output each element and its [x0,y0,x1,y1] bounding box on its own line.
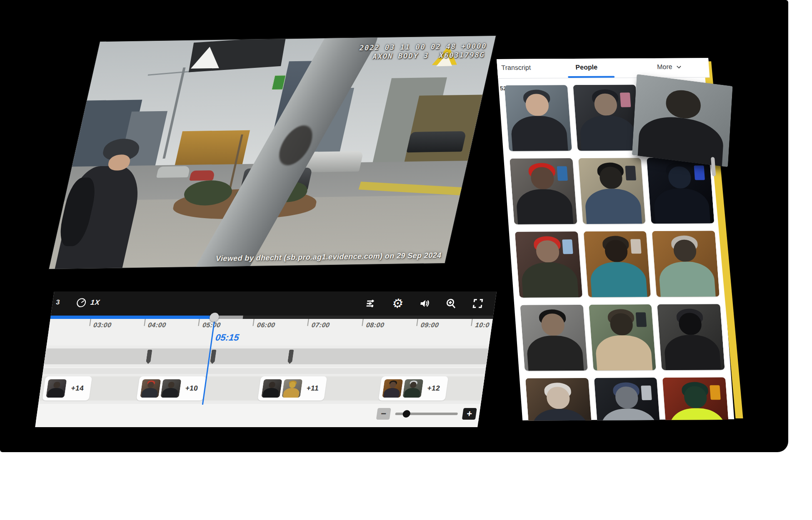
timeline-zoom-control: − + [376,408,477,420]
cluster-thumb-red-cap-figure[interactable] [140,379,161,398]
person-thumbnail-hi-vis-yellow-jacket-firetruck[interactable] [662,377,728,420]
tick-mark [307,319,309,326]
tick-mark [362,319,364,326]
timeline-bottom-bar: − + [35,404,481,427]
person-thumbnail-black-hoodie-back[interactable] [657,304,725,370]
zoom-out-button[interactable]: − [376,408,391,420]
video-frame-scene [49,36,496,269]
current-time-label: 05:15 [215,332,240,343]
active-tab-underline [568,76,615,78]
cluster-count-badge: +14 [67,384,87,393]
timeline-ruler[interactable]: 05:15 03:0004:0005:0006:0007:0008:0009:0… [47,319,493,346]
people-panel: Transcript People More 52 au [497,58,734,420]
zoom-in-button[interactable]: + [462,408,477,420]
tick-label: 06:00 [257,321,276,329]
playback-control-bar: 3 1X ⚙ [51,291,497,316]
tune-icon[interactable] [364,297,378,310]
tick-mark [253,319,255,326]
person-thumbnail-white-hair-man-casc-sign[interactable] [525,378,593,421]
detection-cluster[interactable]: +14 [42,376,92,401]
person-thumbnail-popped[interactable] [632,74,733,167]
zoom-slider[interactable] [395,413,458,415]
person-thumbnail-red-cap-blue-mask-front[interactable] [515,231,582,298]
playback-speed-button[interactable]: 1X [75,297,100,308]
cluster-count-badge: +10 [181,384,202,393]
car [156,166,190,178]
cluster-thumb-dark-figure[interactable] [46,379,67,398]
cluster-thumb-yellow-hydrant[interactable] [282,379,302,398]
fullscreen-icon[interactable] [471,297,485,310]
tick-mark [144,319,145,326]
tick-label: 05:00 [202,321,221,329]
volume-icon[interactable] [417,297,432,310]
cluster-thumb-woman-orange-bg[interactable] [382,379,403,398]
cluster-count-badge: +11 [302,384,322,393]
progress-remaining [243,316,493,319]
cluster-count-badge: +12 [423,384,444,393]
control-icons: ⚙ [363,291,486,316]
cluster-thumb-dark-figure[interactable] [160,379,181,398]
person-thumbnail-black-trapper-hat-figure[interactable] [520,305,587,371]
video-osd-timestamp: 2022 03 11 00 02 48 +0000AXON BODY 3 X60… [357,42,488,61]
tick-label: 09:00 [420,321,440,329]
person-thumbnail-teal-jacket-long-hair-back[interactable] [583,231,651,297]
panel-tabs: Transcript People More [497,58,710,79]
detection-thumbnail-strip: +14+10+11+12 [38,374,485,404]
detection-cluster[interactable]: +11 [257,376,327,401]
tick-mark [417,319,418,326]
tab-more[interactable]: More [657,63,682,71]
timeline-panel: 3 1X ⚙ 05:15 03:0004:0005:0006:0007:0008… [36,291,497,421]
cluster-thumb-dark-figure[interactable] [261,379,282,398]
video-player[interactable]: 2022 03 11 00 02 48 +0000AXON BODY 3 X60… [49,36,496,269]
person-thumbnail-gray-hoodie-skull-gaiter[interactable] [594,378,662,421]
speed-gauge-icon [75,297,87,308]
cluster-thumb-green-jacket-figure[interactable] [402,379,423,398]
sub-track [42,368,486,374]
person-thumbnail-man-bike-helmet-front[interactable] [505,85,572,151]
zoom-in-icon[interactable] [444,297,458,310]
tick-label: 03:00 [93,321,112,329]
tick-label: 08:00 [366,321,385,329]
person-thumbnail-red-beanie-black-puffer-back[interactable] [510,158,577,224]
tick-label: 10:0 [475,321,490,329]
time-fragment: 3 [55,299,60,306]
person-thumbnail-headphones-blue-jacket-backpack[interactable] [578,158,646,224]
detection-cluster[interactable]: +12 [378,376,448,401]
tab-people[interactable]: People [575,64,598,71]
stage: 2022 03 11 00 02 48 +0000AXON BODY 3 X60… [0,0,812,520]
person-thumbnail-man-black-face-mask[interactable] [573,85,640,151]
tick-mark [471,319,473,326]
tick-mark [89,319,91,326]
chevron-down-icon [675,64,682,70]
tick-mark [198,319,200,326]
tick-label: 04:00 [147,321,167,329]
clip-track [43,346,489,367]
person-thumbnail-sage-puffer-gray-beanie-back[interactable] [652,231,720,297]
zoom-slider-handle[interactable] [402,410,411,418]
person-thumbnail-plaid-jacket-backpack[interactable] [589,304,656,371]
speed-label: 1X [90,299,101,307]
detection-cluster[interactable]: +10 [136,376,206,401]
tick-label: 07:00 [311,321,330,329]
red-car [189,170,215,181]
tab-transcript[interactable]: Transcript [501,64,531,72]
black-sedan [407,132,467,153]
progress-played [50,316,215,319]
settings-icon[interactable]: ⚙ [391,297,405,310]
tab-more-label: More [657,63,672,71]
progress-bar[interactable] [50,316,493,319]
person-thumbnail-dark-figure-blue-glow-night[interactable] [647,157,714,224]
track-band [44,348,488,364]
